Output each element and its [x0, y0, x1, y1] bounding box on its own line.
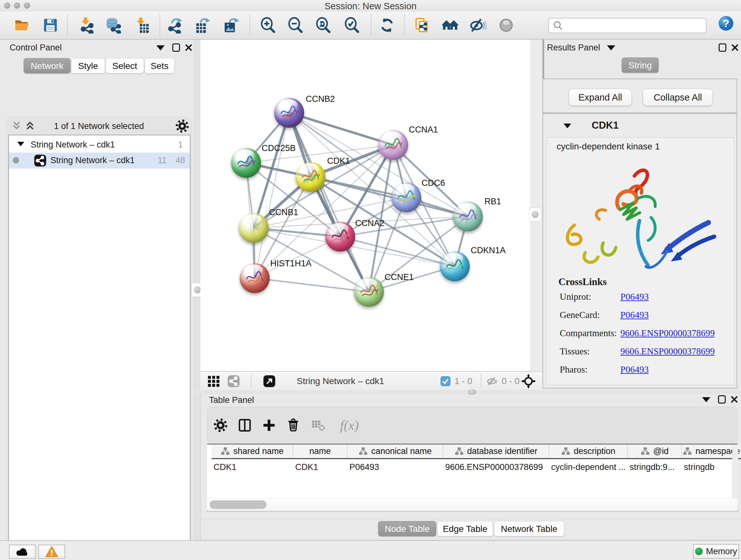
maximize-panel-icon[interactable]	[172, 44, 180, 52]
export-image-button[interactable]	[220, 14, 242, 37]
network-node-cdkn1a[interactable]	[440, 251, 470, 281]
selected-checkbox-icon[interactable]	[441, 376, 451, 386]
network-node-rb1[interactable]	[453, 201, 483, 232]
gear-icon	[212, 417, 229, 434]
right-splitter-handle[interactable]	[529, 207, 541, 222]
close-panel-icon[interactable]	[730, 395, 738, 403]
crosslink-link[interactable]: 9606.ENSP00000378699	[620, 328, 715, 338]
birdseye-share-icon[interactable]	[226, 375, 241, 388]
delete-column-button[interactable]	[283, 415, 303, 435]
tab-style[interactable]: Style	[71, 58, 105, 73]
memory-button[interactable]: Memory	[693, 544, 739, 559]
clone-network-icon	[414, 17, 430, 34]
table-cell[interactable]: CDK1	[212, 460, 293, 474]
warning-status-button[interactable]	[38, 545, 65, 559]
cloud-status-button[interactable]	[9, 545, 36, 559]
gear-icon[interactable]	[174, 118, 190, 134]
close-panel-icon[interactable]	[185, 44, 193, 52]
network-node-hist1h1a[interactable]	[240, 263, 270, 293]
crosslink-link[interactable]: 9606.ENSP00000378699	[620, 346, 715, 357]
fit-content-crosshair-icon[interactable]	[521, 374, 536, 389]
tab-string[interactable]: String	[622, 57, 659, 73]
clone-network-button[interactable]	[411, 14, 432, 37]
close-panel-icon[interactable]	[731, 44, 739, 52]
crosslink-link[interactable]: P06493	[620, 292, 649, 302]
database-icon	[105, 17, 122, 34]
export-network-button[interactable]	[165, 14, 186, 37]
network-node-ccnb1[interactable]	[239, 213, 269, 243]
tab-network-table[interactable]: Network Table	[494, 521, 564, 537]
function-builder-button[interactable]: f(x)	[332, 415, 367, 435]
expand-all-button[interactable]: Expand All	[569, 89, 632, 106]
node-label: CDC6	[421, 178, 445, 188]
column-header-shared-name[interactable]: shared name	[212, 444, 293, 458]
hide-selected-button[interactable]	[468, 14, 489, 37]
show-all-button[interactable]	[495, 14, 517, 37]
column-header--id[interactable]: @id	[628, 444, 682, 458]
tab-edge-table[interactable]: Edge Table	[437, 521, 493, 537]
import-network-file-button[interactable]	[76, 14, 97, 37]
export-table-button[interactable]	[192, 14, 213, 37]
export-network-icon	[167, 17, 184, 34]
crosslink-label: Uniprot:	[560, 292, 591, 302]
detach-view-icon[interactable]	[262, 375, 276, 388]
float-panel-icon[interactable]	[702, 397, 711, 402]
network-node-cdc6[interactable]	[391, 182, 421, 212]
table-cell[interactable]: P06493	[347, 460, 443, 474]
zoom-in-button[interactable]	[258, 14, 279, 37]
network-node-cdk1[interactable]	[295, 162, 326, 192]
delete-table-button[interactable]	[308, 415, 328, 435]
float-panel-icon[interactable]	[607, 45, 615, 51]
scrollbar-thumb[interactable]	[210, 500, 266, 509]
import-network-database-button[interactable]	[103, 14, 124, 37]
table-row[interactable]: CDK1CDK1P064939606.ENSP00000378699cyclin…	[212, 460, 741, 474]
table-cell[interactable]: stringdb:9...	[628, 460, 682, 474]
warning-icon	[45, 546, 58, 558]
network-row-selected[interactable]: String Network – cdk1 11 48	[9, 152, 190, 169]
tab-sets[interactable]: Sets	[145, 58, 175, 73]
tree-collapse-icon[interactable]	[17, 142, 24, 146]
tab-node-table[interactable]: Node Table	[378, 521, 436, 537]
zoom-selected-button[interactable]	[341, 14, 362, 37]
maximize-panel-icon[interactable]	[718, 395, 726, 403]
save-session-button[interactable]	[40, 14, 61, 37]
tab-network[interactable]: Network	[23, 58, 71, 73]
node-label: HIST1H1A	[270, 259, 312, 268]
column-header-database-identifier[interactable]: database identifier	[443, 444, 549, 458]
network-node-ccnb2[interactable]	[274, 98, 304, 128]
column-header-name[interactable]: name	[293, 444, 347, 458]
network-node-ccna2[interactable]	[325, 222, 355, 252]
maximize-panel-icon[interactable]	[719, 44, 726, 52]
column-header-description[interactable]: description	[549, 444, 628, 458]
network-node-cdc25b[interactable]	[231, 148, 261, 178]
table-cell[interactable]: cyclin-dependent ...	[549, 460, 628, 474]
first-neighbors-button[interactable]	[440, 14, 461, 37]
refresh-layout-button[interactable]	[377, 14, 398, 37]
crosslink-link[interactable]: P06493	[620, 310, 649, 320]
open-session-button[interactable]	[12, 14, 33, 37]
network-canvas[interactable]: CCNB2CCNA1CDC25BCDK1CDC6RB1CCNB1CCNA2CDK…	[200, 40, 530, 371]
network-collection-row[interactable]: String Network – cdk1 1	[9, 138, 190, 152]
table-cell[interactable]: CDK1	[293, 460, 347, 474]
crosslink-link[interactable]: P06493	[620, 364, 649, 375]
trash-icon	[286, 418, 300, 433]
create-column-button[interactable]	[259, 415, 279, 435]
help-button[interactable]: ?	[716, 12, 737, 35]
section-collapse-icon[interactable]	[563, 124, 571, 128]
network-node-ccna1[interactable]	[378, 130, 408, 160]
tab-select[interactable]: Select	[106, 58, 144, 73]
hidden-eye-icon[interactable]	[486, 375, 499, 387]
grid-view-icon[interactable]	[207, 375, 221, 388]
search-input[interactable]	[565, 20, 706, 31]
import-table-file-button[interactable]	[131, 14, 152, 37]
table-horizontal-scrollbar[interactable]	[208, 498, 737, 511]
float-panel-icon[interactable]	[156, 45, 165, 51]
network-node-ccne1[interactable]	[354, 277, 384, 307]
column-header-canonical-name[interactable]: canonical name	[347, 444, 443, 458]
zoom-out-button[interactable]	[285, 14, 306, 37]
table-cell[interactable]: 9606.ENSP00000378699	[443, 460, 549, 474]
zoom-fit-button[interactable]	[313, 14, 334, 37]
show-columns-button[interactable]	[235, 415, 255, 435]
collapse-all-button[interactable]: Collapse All	[643, 89, 713, 106]
table-settings-button[interactable]	[211, 415, 230, 435]
